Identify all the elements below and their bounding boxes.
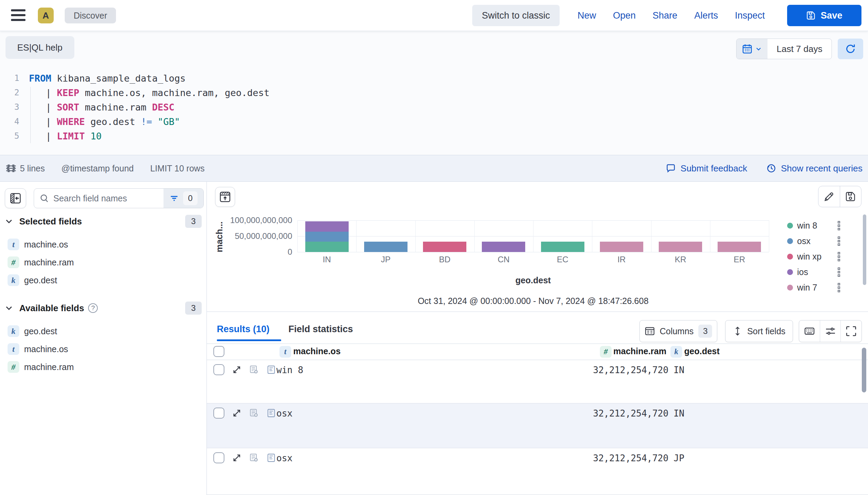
submit-feedback-link[interactable]: Submit feedback: [666, 163, 747, 174]
bar-BD-win-xp[interactable]: [423, 242, 466, 252]
field-search-box: [34, 189, 163, 208]
tab-results[interactable]: Results (10): [217, 319, 269, 339]
line-number: 3: [0, 102, 19, 112]
tab-field-statistics[interactable]: Field statistics: [288, 319, 353, 339]
bar-CN-ios[interactable]: [482, 242, 525, 252]
legend-item-win-8[interactable]: win 8: [787, 221, 840, 231]
show-recent-queries-link[interactable]: Show recent queries: [766, 163, 862, 174]
field-item-machine.os[interactable]: tmachine.os: [5, 235, 202, 253]
time-range-value[interactable]: Last 7 days: [768, 39, 832, 59]
section-header-selected-fields[interactable]: Selected fields3: [5, 213, 202, 229]
expand-row-icon[interactable]: [232, 365, 242, 375]
field-item-geo.dest[interactable]: kgeo.dest: [5, 322, 202, 340]
bar-chart[interactable]: INJPBDCNECIRKRER: [297, 182, 769, 252]
select-all-checkbox[interactable]: [213, 346, 224, 357]
switch-to-classic-button[interactable]: Switch to classic: [472, 5, 560, 26]
view-document-icon[interactable]: [266, 453, 276, 463]
sort-icon: [733, 326, 742, 336]
show-recent-queries-label: Show recent queries: [781, 163, 862, 174]
filter-icon: [169, 193, 179, 203]
legend-actions-icon[interactable]: [838, 252, 840, 261]
field-item-machine.ram[interactable]: #machine.ram: [5, 358, 202, 376]
hide-chart-button[interactable]: [215, 187, 235, 207]
bar-ER-win-7[interactable]: [718, 242, 761, 252]
expand-row-icon[interactable]: [232, 453, 242, 463]
esql-help-button[interactable]: ES|QL help: [6, 36, 74, 59]
nav-link-inspect[interactable]: Inspect: [735, 10, 765, 21]
field-sections: Selected fields3tmachine.os#machine.ramk…: [0, 213, 207, 376]
display-options-button[interactable]: [820, 320, 841, 342]
legend-actions-icon[interactable]: [838, 267, 840, 277]
gridline: [297, 220, 298, 252]
column-header-machine.ram[interactable]: machine.ram: [613, 346, 666, 356]
field-item-geo.dest[interactable]: kgeo.dest: [5, 271, 202, 289]
bar-JP-osx[interactable]: [364, 242, 407, 252]
column-header-geo.dest[interactable]: geo.dest: [684, 346, 720, 356]
date-picker-calendar-button[interactable]: [737, 39, 768, 59]
bar-IN-win-8[interactable]: [305, 242, 349, 252]
fullscreen-button[interactable]: [840, 320, 861, 342]
legend-item-osx[interactable]: osx: [787, 236, 840, 246]
edit-visualization-button[interactable]: [818, 186, 840, 207]
cell-machine.os: osx: [276, 408, 293, 419]
row-checkbox[interactable]: [213, 364, 224, 375]
editor-indent-guide: [30, 87, 31, 143]
field-name: machine.ram: [24, 257, 74, 267]
degraded-doc-icon: [249, 365, 259, 375]
field-item-machine.ram[interactable]: #machine.ram: [5, 253, 202, 271]
save-button[interactable]: Save: [787, 5, 861, 26]
legend-actions-icon[interactable]: [838, 236, 840, 246]
y-axis-tick: 50,000,000,000: [207, 231, 292, 241]
collapse-sidebar-button[interactable]: [5, 188, 26, 208]
section-header-available-fields[interactable]: Available fields3: [5, 300, 202, 316]
nav-link-new[interactable]: New: [578, 10, 596, 21]
field-name: geo.dest: [24, 326, 57, 336]
section-title: Selected fields: [19, 216, 82, 227]
editor-settings-icon: [6, 163, 17, 174]
field-name: machine.os: [24, 240, 68, 250]
breadcrumb[interactable]: Discover: [65, 8, 116, 23]
bar-KR-win-7[interactable]: [659, 242, 702, 252]
cell-machine.ram: 32,212,254,720: [593, 365, 668, 375]
code-line: 3 | SORT machine.ram DESC: [0, 100, 868, 114]
legend-item-win-7[interactable]: win 7: [787, 283, 840, 293]
code-line: 4 | WHERE geo.dest != "GB": [0, 114, 868, 129]
nav-link-share[interactable]: Share: [653, 10, 677, 21]
code-line: 5 | LIMIT 10: [0, 129, 868, 143]
field-filter-button[interactable]: 0: [163, 189, 203, 208]
bar-EC-win-8[interactable]: [541, 242, 584, 252]
clock-history-icon: [766, 164, 776, 173]
keyboard-shortcuts-button[interactable]: [799, 320, 820, 342]
column-header-machine.os[interactable]: machine.os: [293, 346, 341, 356]
avatar[interactable]: A: [38, 8, 54, 23]
nav-link-alerts[interactable]: Alerts: [694, 10, 718, 21]
row-checkbox[interactable]: [213, 408, 224, 419]
legend-color-dot: [787, 238, 793, 244]
bar-IR-win-7[interactable]: [600, 242, 643, 252]
field-item-machine.os[interactable]: tmachine.os: [5, 340, 202, 358]
view-document-icon[interactable]: [266, 365, 276, 375]
legend-actions-icon[interactable]: [838, 221, 840, 230]
search-input[interactable]: [53, 193, 150, 203]
gridline: [356, 220, 357, 252]
legend-actions-icon[interactable]: [838, 283, 840, 292]
bar-IN-ios[interactable]: [305, 221, 349, 232]
filter-count-badge: 0: [183, 191, 198, 205]
columns-button[interactable]: Columns 3: [639, 320, 717, 342]
view-document-icon[interactable]: [266, 408, 276, 418]
legend-scrollbar[interactable]: [863, 214, 866, 285]
esql-code-editor[interactable]: 1FROM kibana_sample_data_logs2 | KEEP ma…: [0, 71, 868, 143]
fields-sidebar: 0 Selected fields3tmachine.os#machine.ra…: [0, 182, 207, 495]
nav-link-open[interactable]: Open: [613, 10, 636, 21]
legend-item-ios[interactable]: ios: [787, 267, 840, 277]
legend-item-win-xp[interactable]: win xp: [787, 252, 840, 262]
sort-fields-button[interactable]: Sort fields: [725, 320, 793, 342]
expand-row-icon[interactable]: [232, 408, 242, 418]
row-checkbox[interactable]: [213, 452, 224, 463]
results-scrollbar[interactable]: [862, 348, 866, 392]
save-visualization-button[interactable]: [840, 186, 861, 207]
menu-icon[interactable]: [11, 9, 25, 22]
row-controls: [213, 408, 276, 419]
bar-IN-osx[interactable]: [305, 232, 349, 242]
refresh-button[interactable]: [838, 39, 863, 59]
